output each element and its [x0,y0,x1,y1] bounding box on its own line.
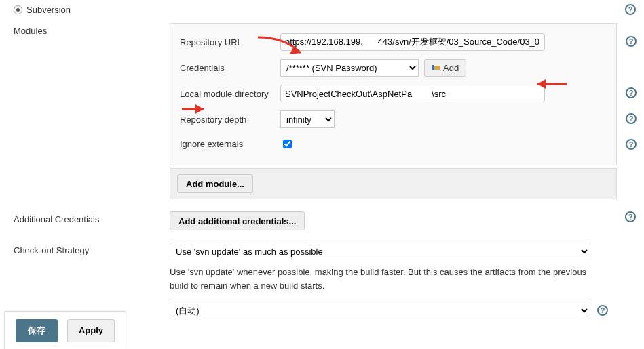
local-dir-input[interactable] [280,85,545,102]
depth-label: Repository depth [180,115,280,125]
ignore-externals-checkbox[interactable] [283,140,292,148]
footer-actions: 保存 Apply [4,311,126,349]
auto-select[interactable]: (自动) [170,302,590,319]
checkout-strategy-select[interactable]: Use 'svn update' as much as possible [170,243,590,260]
scm-radio-subversion[interactable] [14,5,22,14]
repo-url-input[interactable] [280,33,545,51]
scm-type-label: Subversion [26,5,71,15]
local-dir-label: Local module directory [180,89,280,99]
help-icon[interactable]: ? [625,4,636,15]
help-icon[interactable]: ? [626,87,637,98]
add-credentials-button[interactable]: Add [424,59,466,77]
help-icon[interactable]: ? [597,305,608,316]
help-icon[interactable]: ? [625,211,636,222]
add-additional-credentials-button[interactable]: Add additional credentials... [170,211,305,230]
credentials-select[interactable]: /****** (SVN Password) [280,59,419,77]
help-icon[interactable]: ? [626,139,637,150]
checkout-strategy-description: Use 'svn update' whenever possible, maki… [170,266,590,292]
module-box: Repository URL ? Credentials /****** (SV… [170,23,617,165]
ignore-label: Ignore externals [180,139,280,149]
save-button[interactable]: 保存 [16,319,58,342]
help-icon[interactable]: ? [626,36,637,47]
help-icon[interactable]: ? [626,113,637,124]
add-button-label: Add [443,63,459,73]
depth-select[interactable]: infinity [280,110,335,128]
add-module-button[interactable]: Add module... [177,174,253,193]
repo-url-label: Repository URL [180,37,280,47]
apply-button[interactable]: Apply [67,319,115,342]
checkout-strategy-label: Check-out Strategy [14,243,170,255]
credentials-label: Credentials [180,63,280,73]
modules-label: Modules [14,23,170,36]
additional-credentials-label: Additional Credentials [14,211,170,224]
